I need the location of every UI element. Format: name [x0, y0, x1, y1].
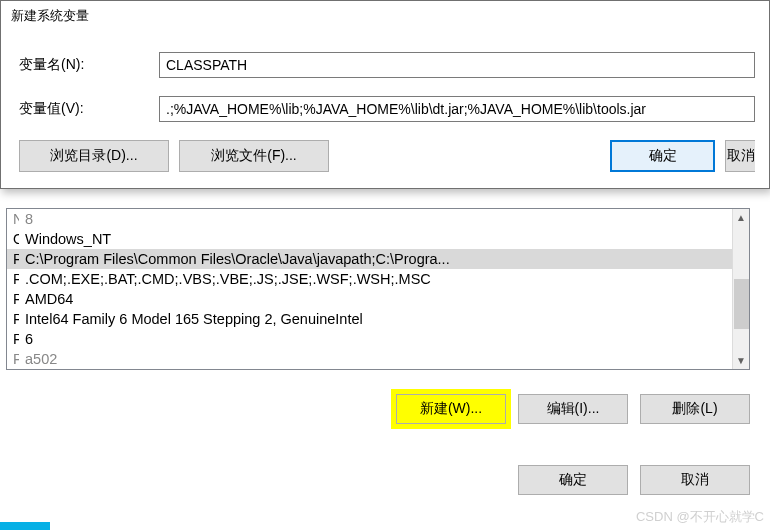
env-table[interactable]: NUMBER_OF_PROCESSORS8OSWindows_NTPathC:\…	[7, 209, 749, 369]
variable-value-input[interactable]	[159, 96, 755, 122]
variable-name-label: 变量名(N):	[19, 56, 159, 74]
env-var-value: C:\Program Files\Common Files\Oracle\Jav…	[19, 249, 749, 269]
table-row[interactable]: OSWindows_NT	[7, 229, 749, 249]
table-row[interactable]: PROCESSOR_REVISIONa502	[7, 349, 749, 369]
delete-button[interactable]: 删除(L)	[640, 394, 750, 424]
env-var-name: PROCESSOR_REVISION	[7, 349, 19, 369]
table-row[interactable]: PROCESSOR_LEVEL6	[7, 329, 749, 349]
table-row[interactable]: PROCESSOR_ARCHITECTUREAMD64	[7, 289, 749, 309]
env-var-name: NUMBER_OF_PROCESSORS	[7, 209, 19, 229]
scroll-down-icon[interactable]: ▼	[736, 352, 746, 369]
env-var-name: OS	[7, 229, 19, 249]
ok-button[interactable]: 确定	[610, 140, 715, 172]
env-var-value: 8	[19, 209, 749, 229]
env-var-name: PATHEXT	[7, 269, 19, 289]
new-button[interactable]: 新建(W)...	[396, 394, 506, 424]
parent-cancel-button[interactable]: 取消	[640, 465, 750, 495]
system-var-buttons: 新建(W)... 编辑(I)... 删除(L)	[396, 394, 750, 424]
scrollbar[interactable]: ▲ ▼	[732, 209, 749, 369]
variable-value-label: 变量值(V):	[19, 100, 159, 118]
cancel-button[interactable]: 取消	[725, 140, 755, 172]
taskbar-fragment	[0, 522, 50, 530]
table-row[interactable]: PROCESSOR_IDENTIFIERIntel64 Family 6 Mod…	[7, 309, 749, 329]
edit-button[interactable]: 编辑(I)...	[518, 394, 628, 424]
env-var-name: PROCESSOR_LEVEL	[7, 329, 19, 349]
env-var-value: a502	[19, 349, 749, 369]
env-var-name: Path	[7, 249, 19, 269]
dialog-bottom-buttons: 确定 取消	[518, 465, 750, 495]
env-var-value: Intel64 Family 6 Model 165 Stepping 2, G…	[19, 309, 749, 329]
env-var-name: PROCESSOR_IDENTIFIER	[7, 309, 19, 329]
system-variables-list: NUMBER_OF_PROCESSORS8OSWindows_NTPathC:\…	[6, 208, 750, 370]
new-system-variable-dialog: 新建系统变量 变量名(N): 变量值(V): 浏览目录(D)... 浏览文件(F…	[0, 0, 770, 189]
table-row[interactable]: NUMBER_OF_PROCESSORS8	[7, 209, 749, 229]
table-row[interactable]: PathC:\Program Files\Common Files\Oracle…	[7, 249, 749, 269]
env-var-value: Windows_NT	[19, 229, 749, 249]
dialog-title: 新建系统变量	[1, 1, 769, 32]
watermark: CSDN @不开心就学C	[636, 508, 764, 526]
browse-file-button[interactable]: 浏览文件(F)...	[179, 140, 329, 172]
env-var-value: 6	[19, 329, 749, 349]
scroll-thumb[interactable]	[734, 279, 749, 329]
table-row[interactable]: PATHEXT.COM;.EXE;.BAT;.CMD;.VBS;.VBE;.JS…	[7, 269, 749, 289]
parent-ok-button[interactable]: 确定	[518, 465, 628, 495]
variable-name-input[interactable]	[159, 52, 755, 78]
env-var-value: .COM;.EXE;.BAT;.CMD;.VBS;.VBE;.JS;.JSE;.…	[19, 269, 749, 289]
env-var-value: AMD64	[19, 289, 749, 309]
browse-directory-button[interactable]: 浏览目录(D)...	[19, 140, 169, 172]
scroll-up-icon[interactable]: ▲	[736, 209, 746, 226]
env-var-name: PROCESSOR_ARCHITECTURE	[7, 289, 19, 309]
